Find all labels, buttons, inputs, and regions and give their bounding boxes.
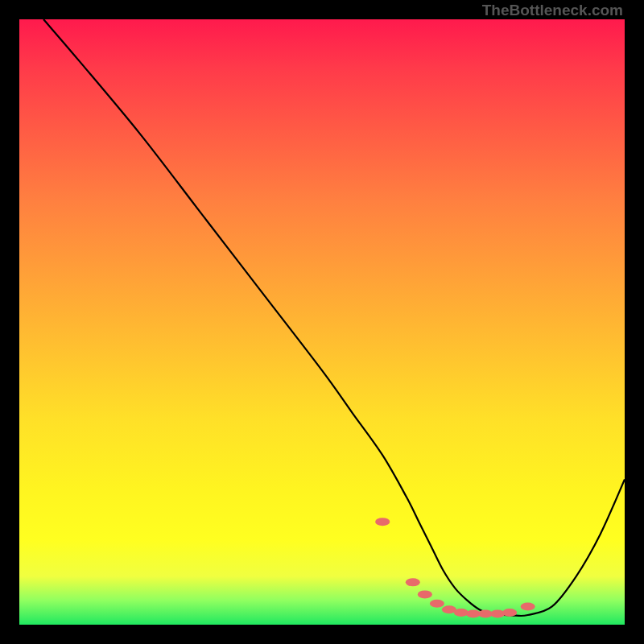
- watermark-text: TheBottleneck.com: [482, 2, 623, 19]
- chart-frame: TheBottleneck.com: [0, 0, 644, 644]
- plot-area: [19, 19, 625, 625]
